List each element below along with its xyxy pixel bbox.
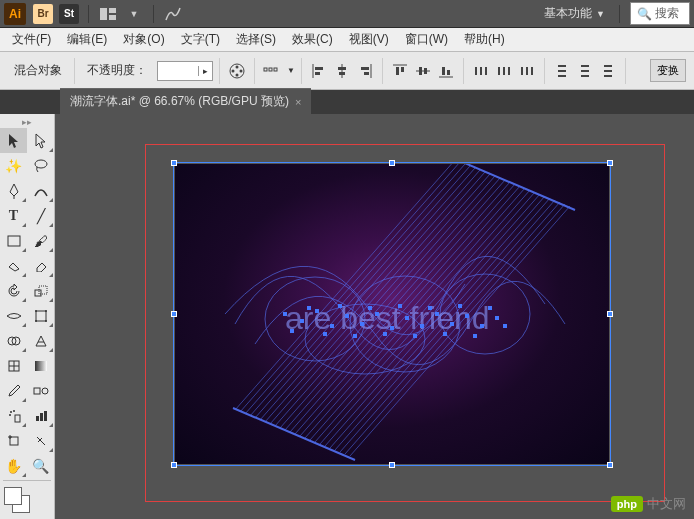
shape-builder-tool[interactable] [0, 328, 27, 353]
slice-tool[interactable] [27, 428, 54, 453]
selection-type-label: 混合对象 [8, 62, 68, 79]
recolor-icon[interactable] [226, 60, 248, 82]
canvas[interactable]: are best friend [55, 114, 694, 519]
distribute-right-icon[interactable] [516, 60, 538, 82]
align-vertical-group [389, 60, 457, 82]
search-icon: 🔍 [637, 7, 652, 21]
bridge-icon[interactable]: Br [33, 4, 53, 24]
selection-handle[interactable] [389, 462, 395, 468]
svg-rect-28 [447, 70, 450, 75]
menu-view[interactable]: 视图(V) [341, 28, 397, 51]
menu-type[interactable]: 文字(T) [173, 28, 228, 51]
gradient-tool[interactable] [27, 353, 54, 378]
shaper-tool[interactable] [0, 253, 27, 278]
stock-icon[interactable]: St [59, 4, 79, 24]
distribute-center-h-icon[interactable] [493, 60, 515, 82]
transform-button[interactable]: 变换 [650, 59, 686, 82]
type-tool[interactable]: T [0, 203, 27, 228]
menu-select[interactable]: 选择(S) [228, 28, 284, 51]
width-tool[interactable] [0, 303, 27, 328]
svg-rect-43 [581, 75, 589, 77]
selection-handle[interactable] [171, 311, 177, 317]
fill-swatch[interactable] [4, 487, 22, 505]
menu-edit[interactable]: 编辑(E) [59, 28, 115, 51]
gpu-icon[interactable] [163, 4, 183, 24]
selection-handle[interactable] [607, 311, 613, 317]
selection-bounding-box[interactable] [173, 162, 611, 466]
align-center-h-icon[interactable] [331, 60, 353, 82]
scale-tool[interactable] [27, 278, 54, 303]
separator [463, 58, 464, 84]
arrange-icon[interactable] [98, 4, 118, 24]
pen-tool[interactable] [0, 178, 27, 203]
lasso-tool[interactable] [27, 153, 54, 178]
svg-rect-40 [558, 75, 566, 77]
document-tab[interactable]: 潮流字体.ai* @ 66.67% (RGB/GPU 预览) × [60, 88, 311, 114]
svg-point-53 [45, 310, 47, 312]
color-swatches[interactable] [0, 483, 54, 517]
rotate-tool[interactable] [0, 278, 27, 303]
menu-window[interactable]: 窗口(W) [397, 28, 456, 51]
svg-rect-13 [315, 72, 320, 75]
symbol-sprayer-tool[interactable] [0, 403, 27, 428]
curvature-tool[interactable] [27, 178, 54, 203]
hand-tool[interactable]: ✋ [0, 453, 27, 478]
svg-rect-15 [338, 67, 346, 70]
selection-handle[interactable] [607, 160, 613, 166]
separator [153, 5, 154, 23]
opacity-dropdown-icon[interactable]: ▸ [198, 66, 212, 76]
artboard-tool[interactable] [0, 428, 27, 453]
main-area: ▸▸ ✨ T ╱ 🖌 [0, 114, 694, 519]
svg-rect-9 [269, 68, 272, 71]
free-transform-tool[interactable] [27, 303, 54, 328]
search-input[interactable]: 🔍 搜索 [630, 2, 690, 25]
distribute-center-v-icon[interactable] [574, 60, 596, 82]
column-graph-tool[interactable] [27, 403, 54, 428]
svg-rect-69 [40, 413, 43, 421]
rectangle-tool[interactable] [0, 228, 27, 253]
distribute-left-icon[interactable] [470, 60, 492, 82]
svg-point-4 [236, 65, 239, 68]
toolbox-grip[interactable]: ▸▸ [0, 116, 54, 128]
selection-handle[interactable] [389, 160, 395, 166]
eyedropper-tool[interactable] [0, 378, 27, 403]
line-tool[interactable]: ╱ [27, 203, 54, 228]
arrange-dropdown-icon[interactable]: ▼ [124, 4, 144, 24]
menu-effect[interactable]: 效果(C) [284, 28, 341, 51]
align-left-icon[interactable] [308, 60, 330, 82]
menu-object[interactable]: 对象(O) [115, 28, 172, 51]
direct-selection-tool[interactable] [27, 128, 54, 153]
distribute-bottom-icon[interactable] [597, 60, 619, 82]
titlebar: Ai Br St ▼ 基本功能 ▼ 🔍 搜索 [0, 0, 694, 28]
blend-tool[interactable] [27, 378, 54, 403]
svg-point-66 [13, 410, 15, 412]
tab-close-icon[interactable]: × [295, 96, 301, 108]
svg-rect-22 [401, 67, 404, 72]
chevron-down-icon[interactable]: ▼ [287, 66, 295, 75]
magic-wand-tool[interactable]: ✨ [0, 153, 27, 178]
align-right-icon[interactable] [354, 60, 376, 82]
opacity-input[interactable]: ▸ [157, 61, 213, 81]
menu-file[interactable]: 文件(F) [4, 28, 59, 51]
svg-point-55 [45, 320, 47, 322]
workspace-switcher[interactable]: 基本功能 ▼ [536, 2, 613, 25]
perspective-tool[interactable] [27, 328, 54, 353]
selection-handle[interactable] [171, 160, 177, 166]
zoom-tool[interactable]: 🔍 [27, 453, 54, 478]
menu-help[interactable]: 帮助(H) [456, 28, 513, 51]
selection-tool[interactable] [0, 128, 27, 153]
align-to-selection-icon[interactable] [261, 60, 283, 82]
eraser-tool[interactable] [27, 253, 54, 278]
align-center-v-icon[interactable] [412, 60, 434, 82]
selection-handle[interactable] [171, 462, 177, 468]
selection-handle[interactable] [607, 462, 613, 468]
svg-rect-48 [8, 236, 20, 246]
mesh-tool[interactable] [0, 353, 27, 378]
svg-rect-42 [581, 70, 589, 72]
distribute-top-icon[interactable] [551, 60, 573, 82]
paintbrush-tool[interactable]: 🖌 [27, 228, 54, 253]
svg-point-65 [10, 411, 12, 413]
align-top-icon[interactable] [389, 60, 411, 82]
tab-bar: 潮流字体.ai* @ 66.67% (RGB/GPU 预览) × [0, 90, 694, 114]
align-bottom-icon[interactable] [435, 60, 457, 82]
